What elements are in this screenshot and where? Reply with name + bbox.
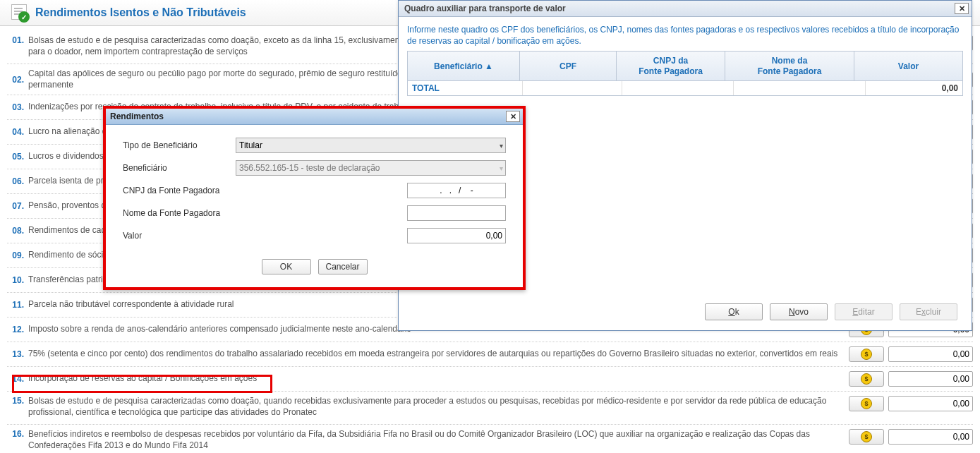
list-item: 14.Incorporação de reservas ao capital /… — [7, 371, 973, 387]
rendimentos-dialog: Rendimentos ✕ Tipo de Beneficiário Titul… — [103, 106, 526, 290]
cnpj-field[interactable] — [407, 183, 506, 198]
cnpj-label: CNPJ da Fonte Pagadora — [123, 186, 236, 195]
item-number: 01. — [7, 35, 24, 45]
page-title: Rendimentos Isentos e Não Tributáveis — [35, 6, 246, 19]
aux-total-label: TOTAL — [408, 81, 523, 95]
close-icon[interactable]: ✕ — [955, 3, 969, 14]
item-number: 03. — [7, 102, 24, 112]
nome-fonte-label: Nome da Fonte Pagadora — [123, 208, 236, 218]
novo-button[interactable]: Novo — [770, 303, 828, 320]
item-number: 13. — [7, 349, 24, 359]
open-detail-button[interactable]: $ — [849, 396, 884, 411]
open-detail-button[interactable]: $ — [849, 346, 884, 362]
item-number: 07. — [7, 201, 24, 211]
item-number: 14. — [7, 374, 24, 384]
item-text: Benefícios indiretos e reembolso de desp… — [28, 429, 840, 451]
item-text: Incorporação de reservas ao capital / Bo… — [28, 373, 840, 385]
ok-button[interactable]: Ok — [705, 303, 763, 320]
tipo-beneficiario-select[interactable]: Titular — [236, 138, 506, 153]
open-detail-button[interactable]: $ — [849, 371, 884, 387]
sheet-check-icon — [11, 4, 28, 21]
coin-icon: $ — [861, 398, 872, 409]
rendimentos-titlebar[interactable]: Rendimentos ✕ — [106, 109, 523, 125]
item-number: 04. — [7, 127, 24, 137]
value-input[interactable] — [888, 396, 973, 411]
cancelar-button[interactable]: Cancelar — [318, 259, 368, 274]
item-number: 11. — [7, 300, 24, 310]
item-number: 10. — [7, 275, 24, 285]
aux-th-beneficiario[interactable]: Beneficiário ▲ — [408, 52, 520, 81]
item-number: 02. — [7, 75, 24, 85]
value-input[interactable] — [888, 429, 973, 445]
item-number: 05. — [7, 152, 24, 162]
item-text: 75% (setenta e cinco por cento) dos rend… — [28, 349, 840, 360]
item-text: Bolsas de estudo e de pesquisa caracteri… — [28, 396, 840, 418]
aux-th-cnpj[interactable]: CNPJ da Fonte Pagadora — [617, 52, 725, 81]
value-input[interactable] — [888, 371, 973, 387]
list-item: 16.Benefícios indiretos e reembolso de d… — [7, 429, 973, 453]
item-number: 06. — [7, 176, 24, 186]
aux-dialog-description: Informe neste quadro os CPF dos benefici… — [399, 17, 972, 51]
coin-icon: $ — [861, 431, 872, 442]
valor-field[interactable] — [407, 228, 506, 243]
valor-label: Valor — [123, 231, 236, 241]
list-item: 15.Bolsas de estudo e de pesquisa caract… — [7, 396, 973, 420]
aux-th-cpf[interactable]: CPF — [520, 52, 617, 81]
aux-th-valor[interactable]: Valor — [854, 52, 962, 81]
open-detail-button[interactable]: $ — [849, 429, 884, 445]
coin-icon: $ — [861, 349, 872, 360]
item-number: 09. — [7, 250, 24, 260]
close-icon[interactable]: ✕ — [506, 111, 520, 122]
rendimentos-title: Rendimentos — [110, 111, 164, 121]
item-number: 16. — [7, 429, 24, 439]
editar-button: Editar — [835, 303, 893, 320]
value-input[interactable] — [888, 346, 973, 362]
excluir-button: Excluir — [900, 303, 957, 320]
coin-icon: $ — [861, 373, 872, 385]
aux-total-value: 0,00 — [866, 81, 962, 95]
item-number: 08. — [7, 226, 24, 236]
aux-table: Beneficiário ▲ CPF CNPJ da Fonte Pagador… — [407, 51, 963, 96]
nome-fonte-field[interactable] — [407, 205, 506, 221]
beneficiario-label: Beneficiário — [123, 163, 236, 173]
item-number: 12. — [7, 325, 24, 334]
aux-dialog-titlebar[interactable]: Quadro auxiliar para transporte de valor… — [399, 1, 972, 17]
list-item: 13.75% (setenta e cinco por cento) dos r… — [7, 346, 973, 362]
ok-button[interactable]: OK — [262, 259, 311, 274]
aux-th-nome[interactable]: Nome da Fonte Pagadora — [725, 52, 854, 81]
item-number: 15. — [7, 396, 24, 406]
aux-total-row: TOTAL 0,00 — [408, 81, 962, 95]
aux-dialog-title: Quadro auxiliar para transporte de valor — [404, 4, 566, 13]
beneficiario-field — [236, 160, 506, 176]
tipo-beneficiario-label: Tipo de Beneficiário — [123, 140, 236, 150]
